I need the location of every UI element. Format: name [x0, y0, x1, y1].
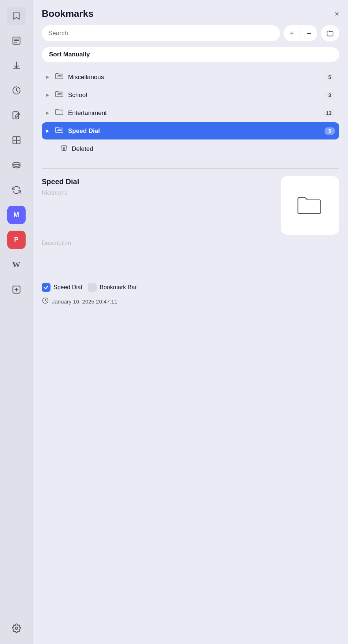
- bookmark-name-misc: Miscellanous: [68, 74, 321, 81]
- svg-rect-10: [16, 140, 20, 144]
- bookmark-name-school: School: [68, 92, 321, 99]
- detail-title: Speed Dial: [42, 178, 275, 186]
- speeddial-checkbox[interactable]: [42, 283, 50, 292]
- sidebar-item-notes[interactable]: [7, 106, 26, 124]
- bookmark-name-deleted: Deleted: [72, 145, 335, 153]
- clock-icon: [42, 297, 49, 306]
- bookmark-item-deleted[interactable]: Deleted: [42, 140, 339, 157]
- bookmark-name-entertainment: Entertainment: [68, 109, 319, 117]
- folder-icon-school: [55, 90, 64, 100]
- folder-icon-entertainment: [55, 108, 64, 118]
- wikipedia-label: W: [12, 260, 20, 269]
- folder-icon-speeddial: [55, 126, 64, 136]
- bookmarkbar-checkbox[interactable]: [88, 283, 97, 292]
- detail-info: Speed Dial Nickname: [42, 176, 275, 196]
- toolbar: + −: [33, 25, 348, 47]
- sidebar: M P W: [0, 0, 33, 644]
- folder-icon-misc: [55, 72, 64, 82]
- detail-panel: Speed Dial Nickname Description ⟋: [33, 176, 348, 278]
- bookmark-item-school[interactable]: ▶ School 3: [42, 86, 339, 104]
- svg-point-15: [15, 627, 18, 630]
- bookmarkbar-checkbox-item: Bookmark Bar: [88, 283, 136, 292]
- bookmark-count-entertainment: 13: [322, 109, 335, 117]
- bookmark-count-speeddial: 5: [325, 127, 335, 135]
- add-bookmark-button[interactable]: +: [284, 25, 300, 41]
- detail-header: Speed Dial Nickname: [42, 176, 339, 235]
- detail-description[interactable]: Description: [42, 240, 339, 246]
- bookmark-list: ▶ Miscellanous 5 ▶ School: [33, 66, 348, 160]
- page-title: Bookmarks: [42, 8, 94, 19]
- sidebar-item-sync[interactable]: [7, 181, 26, 199]
- timestamp-text: January 16, 2025 20:47:11: [52, 298, 117, 305]
- detail-thumbnail: [281, 176, 339, 235]
- main-panel: Bookmarks × + − Sort Manually ▶: [33, 0, 348, 644]
- svg-rect-9: [13, 140, 16, 144]
- resize-handle: ⟋: [42, 272, 339, 278]
- sidebar-item-settings[interactable]: [7, 619, 26, 637]
- header: Bookmarks ×: [33, 0, 348, 25]
- sidebar-item-history[interactable]: [7, 81, 26, 100]
- remove-bookmark-button[interactable]: −: [300, 25, 317, 41]
- sort-label[interactable]: Sort Manually: [42, 47, 339, 62]
- folder-button[interactable]: [321, 25, 339, 41]
- chevron-icon-misc: ▶: [46, 75, 51, 79]
- bookmarkbar-checkbox-label: Bookmark Bar: [100, 284, 136, 291]
- svg-point-11: [13, 162, 20, 165]
- speeddial-checkbox-item: Speed Dial: [42, 283, 82, 292]
- svg-rect-8: [16, 137, 20, 140]
- bookmark-count-misc: 5: [325, 74, 335, 81]
- search-input[interactable]: [42, 25, 280, 41]
- sidebar-item-reader[interactable]: [7, 31, 26, 50]
- speeddial-checkbox-label: Speed Dial: [53, 284, 82, 291]
- add-remove-group: + −: [284, 25, 317, 41]
- sidebar-item-wikipedia[interactable]: W: [7, 256, 26, 274]
- chevron-icon-entertainment: ▶: [46, 111, 51, 115]
- sidebar-item-add[interactable]: [7, 280, 26, 299]
- divider: [42, 168, 339, 169]
- mastodon-label: M: [14, 211, 19, 219]
- sidebar-item-mastodon[interactable]: M: [7, 206, 26, 224]
- sidebar-item-translate[interactable]: [7, 131, 26, 149]
- bookmark-item-speeddial[interactable]: ▶ Speed Dial 5: [42, 122, 339, 139]
- bookmark-count-school: 3: [325, 92, 335, 99]
- chevron-icon-speeddial: ▶: [46, 129, 51, 133]
- bookmark-name-speeddial: Speed Dial: [68, 127, 321, 135]
- pocket-label: P: [14, 236, 18, 244]
- bookmark-item-misc[interactable]: ▶ Miscellanous 5: [42, 68, 339, 86]
- close-button[interactable]: ×: [334, 10, 339, 18]
- sidebar-item-download[interactable]: [7, 56, 26, 75]
- checkbox-row: Speed Dial Bookmark Bar: [33, 283, 348, 292]
- sidebar-item-pocket[interactable]: P: [7, 231, 26, 249]
- chevron-icon-school: ▶: [46, 93, 51, 97]
- bookmark-item-entertainment[interactable]: ▶ Entertainment 13: [42, 104, 339, 122]
- svg-rect-7: [13, 137, 16, 140]
- detail-nickname[interactable]: Nickname: [42, 190, 275, 196]
- trash-icon-deleted: [60, 144, 68, 154]
- sidebar-item-stack[interactable]: [7, 156, 26, 174]
- timestamp-row: January 16, 2025 20:47:11: [33, 292, 348, 306]
- sidebar-item-bookmarks[interactable]: [7, 7, 26, 25]
